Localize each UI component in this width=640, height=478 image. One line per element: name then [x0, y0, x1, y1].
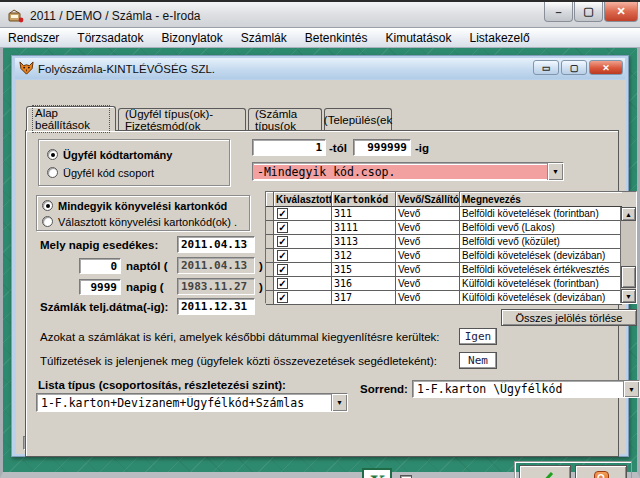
- dialog-maximize-button[interactable]: ▢: [561, 60, 587, 75]
- table-row[interactable]: ✓311VevőBelföldi követelések (forintban): [266, 207, 636, 221]
- radio-icon[interactable]: [42, 200, 53, 211]
- scroll-down-icon[interactable]: ▼: [621, 289, 636, 303]
- radio-valasztott-kartonkod[interactable]: Választott könyvelési kartonkód(ok) .: [42, 214, 249, 229]
- table-scrollbar[interactable]: ▲ ▼: [620, 207, 636, 303]
- checkbox-icon[interactable]: ✓: [277, 222, 288, 233]
- tab-3[interactable]: (Számla típus(ok: [248, 108, 322, 130]
- kartonkod-cell: 311: [332, 207, 396, 221]
- radio-mindegyik-kartonkod[interactable]: Mindegyik könyvelési kartonkód: [42, 198, 249, 213]
- code-from-suffix: -tól: [329, 142, 347, 154]
- kartonkod-cell: 317: [332, 291, 396, 305]
- menu-bar: RendszerTörzsadatokBizonylatokSzámlákBet…: [0, 28, 640, 48]
- record-selector-cell: [266, 207, 274, 221]
- dialog-minimize-button[interactable]: ▭: [533, 60, 559, 75]
- customer-mode-group: Ügyfél kódtartomány Ügyfél kód csoport: [38, 139, 230, 186]
- checkbox-icon[interactable]: ✓: [277, 236, 288, 247]
- menu-item[interactable]: Listakezelő: [470, 31, 530, 45]
- overpay-toggle[interactable]: Nem: [459, 352, 497, 369]
- checkbox-icon[interactable]: ✓: [277, 264, 288, 275]
- menu-item[interactable]: Rendszer: [8, 31, 59, 45]
- table-row[interactable]: ✓312VevőBelföldi követelések (devizában): [266, 249, 636, 263]
- radio-label: Ügyfél kódtartomány: [63, 149, 172, 161]
- sort-combo[interactable]: 1-F.karton \Ügyfélkód ▼: [412, 380, 640, 398]
- tab-4[interactable]: (Település(ek: [324, 108, 392, 130]
- selected-cell[interactable]: ✓: [274, 291, 332, 305]
- radio-label: Választott könyvelési kartonkód(ok) .: [58, 216, 237, 228]
- tab-1[interactable]: Alap beállítások: [26, 106, 116, 131]
- overpay-label: Túlfizetések is jelenjenek meg (ügyfelek…: [40, 355, 437, 367]
- radio-icon[interactable]: [42, 216, 53, 227]
- table-row[interactable]: ✓3113VevőBelföldi vevő (közület): [266, 235, 636, 249]
- scroll-up-icon[interactable]: ▲: [621, 207, 636, 221]
- selected-cell[interactable]: ✓: [274, 221, 332, 235]
- table-row[interactable]: ✓317VevőKülföldi követelések (devizában): [266, 291, 636, 305]
- tab-page: Ügyfél kódtartomány Ügyfél kód csoport 1…: [25, 130, 619, 457]
- later-paid-toggle[interactable]: Igen: [459, 328, 497, 345]
- radio-label: Mindegyik könyvelési kartonkód: [58, 200, 227, 212]
- checkbox-icon[interactable]: ✓: [277, 292, 288, 303]
- table-row[interactable]: ✓316VevőKülföldi követelések (forintban): [266, 277, 636, 291]
- days-to-label: napig (: [126, 281, 164, 293]
- table-body: ✓311VevőBelföldi követelések (forintban)…: [266, 207, 636, 305]
- fulfil-date-label: Számlák telj.dátma(-ig):: [40, 301, 168, 313]
- selected-cell[interactable]: ✓: [274, 263, 332, 277]
- menu-item[interactable]: Kimutatások: [386, 31, 452, 45]
- menu-item[interactable]: Számlák: [241, 31, 287, 45]
- chevron-down-icon[interactable]: ▼: [547, 163, 563, 180]
- megnevezes-cell: Belföldi követelések értékvesztés: [460, 263, 622, 277]
- code-from-input[interactable]: 1: [252, 139, 326, 156]
- fulfil-date-input[interactable]: 2011.12.31: [177, 298, 255, 315]
- exit-button[interactable]: O Kilépés: [575, 465, 627, 478]
- megnevezes-cell: Belföldi követelések (devizában): [460, 249, 622, 263]
- checkbox-icon[interactable]: ✓: [277, 208, 288, 219]
- code-group-value: -Mindegyik kód.csop.: [253, 165, 547, 179]
- radio-icon[interactable]: [47, 167, 58, 178]
- vevoszallito-cell: Vevő: [396, 277, 460, 291]
- vevoszallito-cell: Vevő: [396, 263, 460, 277]
- checkbox-icon[interactable]: ✓: [277, 278, 288, 289]
- scrollbar-thumb[interactable]: [621, 266, 636, 288]
- tab-label: (Település(ek: [324, 114, 392, 126]
- window-titlebar[interactable]: 2011 / DEMO / Számla - e-Iroda – ▢ ✕: [0, 0, 640, 28]
- radio-ugyfel-kod-csoport[interactable]: Ügyfél kód csoport: [47, 165, 229, 180]
- list-type-label: Lista típus (csoportosítás, részletezési…: [38, 379, 286, 391]
- column-header[interactable]: Megnevezés: [460, 192, 622, 207]
- chevron-down-icon[interactable]: ▼: [623, 381, 639, 397]
- table-row[interactable]: ✓315VevőBelföldi követelések értékveszté…: [266, 263, 636, 277]
- menu-item[interactable]: Bizonylatok: [161, 31, 222, 45]
- selected-cell[interactable]: ✓: [274, 277, 332, 291]
- column-header[interactable]: Vevő/Szállító: [396, 192, 460, 207]
- selected-cell[interactable]: ✓: [274, 207, 332, 221]
- tab-2[interactable]: (Ügyfél típus(ok)-Fizetésmód(ok: [118, 108, 246, 130]
- checkbox-icon[interactable]: ✓: [277, 250, 288, 261]
- radio-icon[interactable]: [47, 149, 58, 160]
- code-group-combo[interactable]: -Mindegyik kód.csop. ▼: [252, 162, 564, 181]
- chevron-down-icon[interactable]: ▼: [331, 394, 347, 411]
- maximize-button[interactable]: ▢: [574, 2, 603, 22]
- list-type-combo[interactable]: 1-F.karton+Devizanem+Ügyfélkód+Számlas ▼: [36, 393, 348, 412]
- due-date-label: Mely napig esedékes:: [40, 239, 158, 251]
- due-date-input[interactable]: 2011.04.13: [177, 236, 255, 253]
- close-button[interactable]: ✕: [604, 2, 638, 22]
- table-row[interactable]: ✓3111VevőBelföldi vevő (Lakos): [266, 221, 636, 235]
- check-icon: [536, 472, 554, 478]
- application-window: 2011 / DEMO / Számla - e-Iroda – ▢ ✕ Ren…: [0, 0, 640, 478]
- start-button[interactable]: Indítás: [519, 465, 571, 478]
- clear-all-selection-button[interactable]: Összes jelölés törlése: [501, 309, 637, 326]
- radio-ugyfel-kodtartomany[interactable]: Ügyfél kódtartomány: [47, 147, 229, 162]
- menu-item[interactable]: Törzsadatok: [77, 31, 143, 45]
- minimize-button[interactable]: –: [544, 2, 573, 22]
- days-from-input[interactable]: 0: [79, 258, 121, 274]
- selected-cell[interactable]: ✓: [274, 235, 332, 249]
- menu-item[interactable]: Betenkintés: [305, 31, 368, 45]
- selected-cell[interactable]: ✓: [274, 249, 332, 263]
- dialog-titlebar[interactable]: Folyószámla-KINTLÉVŐSÉG SZL. ▭ ▢ ✕: [15, 58, 625, 79]
- dialog-close-button[interactable]: ✕: [589, 60, 623, 75]
- column-header[interactable]: Kartonkód: [332, 192, 396, 207]
- dialog-window: Folyószámla-KINTLÉVŐSÉG SZL. ▭ ▢ ✕ Alap …: [11, 55, 629, 457]
- tab-label: (Ügyfél típus(ok)-Fizetésmód(ok: [125, 108, 239, 132]
- days-to-input[interactable]: 9999: [79, 279, 121, 295]
- megnevezes-cell: Belföldi vevő (Lakos): [460, 221, 622, 235]
- column-header[interactable]: Kiválasztott: [274, 192, 332, 207]
- code-to-input[interactable]: 999999: [353, 139, 411, 156]
